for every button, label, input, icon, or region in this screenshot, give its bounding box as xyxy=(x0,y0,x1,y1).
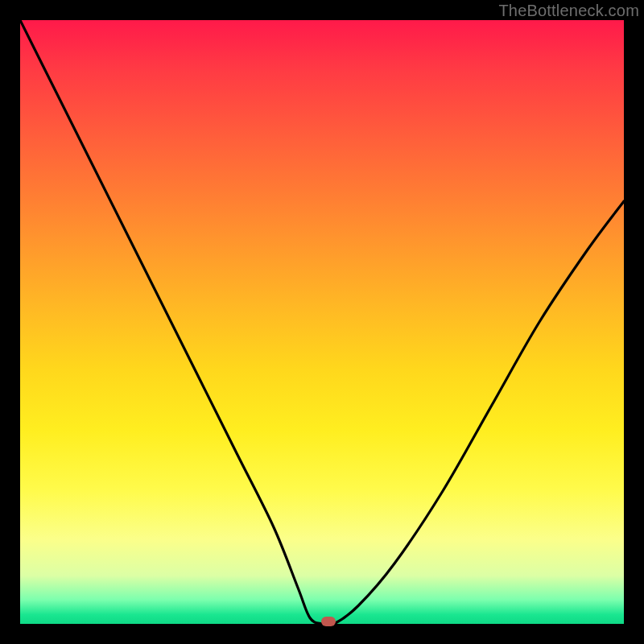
bottleneck-curve xyxy=(20,20,624,624)
optimal-marker xyxy=(321,617,336,626)
curve-path xyxy=(20,20,624,624)
plot-area xyxy=(20,20,624,624)
chart-frame: TheBottleneck.com xyxy=(0,0,644,644)
watermark-text: TheBottleneck.com xyxy=(498,2,639,20)
